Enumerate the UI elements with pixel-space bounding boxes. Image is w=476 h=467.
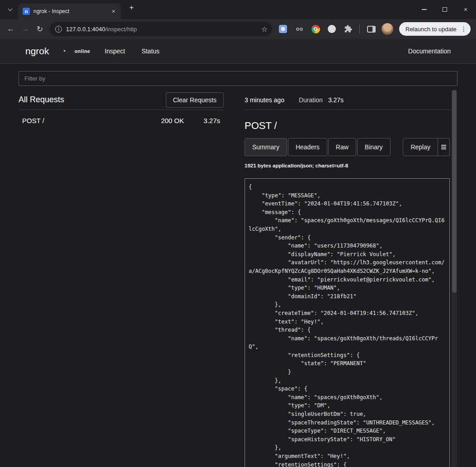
address-bar[interactable]: i 127.0.0.1:4040/inspect/http ☆ bbox=[50, 22, 272, 36]
browser-menu-icon[interactable]: ⋮ bbox=[461, 25, 467, 33]
glasses-icon bbox=[296, 28, 303, 31]
requests-panel: All Requests Clear Requests POST / 200 O… bbox=[19, 90, 224, 467]
reload-button[interactable]: ↻ bbox=[33, 22, 47, 36]
blue-square-icon bbox=[279, 25, 287, 33]
url-text: 127.0.0.1:4040/inspect/http bbox=[66, 26, 261, 33]
chrome-logo-center bbox=[314, 27, 317, 31]
request-detail-panel: 3 minutes ago Duration 3.27s POST / Summ… bbox=[245, 90, 457, 467]
duration-label: Duration bbox=[299, 96, 323, 104]
url-path: /inspect/http bbox=[105, 26, 137, 33]
ngrok-logo: ngrok bbox=[25, 46, 49, 57]
tab-raw[interactable]: Raw bbox=[328, 138, 356, 156]
detail-title: POST / bbox=[245, 120, 450, 132]
new-tab-button[interactable]: + bbox=[126, 2, 137, 14]
toolbar-separator bbox=[359, 24, 360, 33]
url-host: 127.0.0.1:4040 bbox=[66, 26, 105, 33]
request-duration: 3.27s bbox=[195, 117, 220, 124]
close-button[interactable]: × bbox=[455, 0, 476, 19]
tab-summary[interactable]: Summary bbox=[245, 138, 287, 156]
chevron-down-icon bbox=[8, 7, 12, 11]
window-controls: × bbox=[414, 0, 476, 19]
browser-tab[interactable]: n ngrok - Inspect × bbox=[18, 4, 121, 19]
extension-icon-glasses[interactable] bbox=[292, 22, 306, 36]
back-button[interactable]: ← bbox=[4, 22, 18, 36]
tab-close-icon[interactable]: × bbox=[109, 7, 118, 15]
tab-search-button[interactable] bbox=[4, 4, 16, 15]
side-panel-button[interactable] bbox=[364, 22, 378, 36]
body-meta: 1921 bytes application/json; charset=utf… bbox=[245, 163, 450, 168]
nav-documentation[interactable]: Documentation bbox=[408, 48, 451, 55]
menu-lines-icon bbox=[441, 145, 446, 146]
detail-tabs: Summary Headers Raw Binary Replay bbox=[245, 138, 450, 156]
forward-button[interactable]: → bbox=[18, 22, 33, 36]
site-info-icon[interactable]: i bbox=[55, 26, 62, 33]
puzzle-icon bbox=[344, 24, 353, 33]
status-dot-icon: • bbox=[64, 48, 66, 54]
relaunch-label: Relaunch to update bbox=[405, 26, 457, 33]
side-panel-icon bbox=[367, 26, 376, 33]
nav-status[interactable]: Status bbox=[141, 48, 160, 55]
filter-input[interactable] bbox=[19, 71, 457, 86]
detail-scrollbar[interactable] bbox=[452, 90, 457, 467]
requests-title: All Requests bbox=[19, 95, 64, 105]
request-status: 200 OK bbox=[161, 117, 184, 124]
tab-title: ngrok - Inspect bbox=[33, 8, 109, 14]
tab-headers[interactable]: Headers bbox=[288, 138, 327, 156]
profile-avatar[interactable] bbox=[382, 23, 393, 35]
browser-window: n ngrok - Inspect × + × ← → ↻ i 127.0.0.… bbox=[0, 0, 476, 39]
replay-split-button: Replay bbox=[403, 138, 450, 156]
replay-button[interactable]: Replay bbox=[403, 138, 438, 156]
clear-requests-button[interactable]: Clear Requests bbox=[166, 92, 224, 108]
request-row[interactable]: POST / 200 OK 3.27s bbox=[19, 110, 224, 131]
scrollbar-thumb[interactable] bbox=[452, 90, 457, 293]
request-time-ago: 3 minutes ago bbox=[245, 96, 284, 104]
extension-icon-blue[interactable] bbox=[276, 22, 290, 36]
request-method-path: POST / bbox=[22, 117, 44, 124]
site-nav: Inspect Status bbox=[90, 47, 160, 55]
status-online: online bbox=[75, 48, 90, 54]
relaunch-button[interactable]: Relaunch to update ⋮ bbox=[399, 22, 471, 36]
extension-icon-light-circle[interactable] bbox=[325, 22, 339, 36]
duration-value: 3.27s bbox=[328, 96, 344, 104]
light-circle-icon bbox=[328, 25, 336, 33]
bookmark-star-icon[interactable]: ☆ bbox=[261, 25, 268, 33]
browser-toolbar: ← → ↻ i 127.0.0.1:4040/inspect/http ☆ Re… bbox=[0, 19, 476, 39]
extension-icon-chrome-logo[interactable] bbox=[309, 22, 322, 36]
chrome-logo-icon bbox=[311, 25, 320, 33]
ngrok-header: ngrok • online Inspect Status Documentat… bbox=[0, 39, 476, 64]
ngrok-favicon: n bbox=[23, 8, 30, 15]
maximize-icon bbox=[443, 7, 447, 12]
replay-menu-button[interactable] bbox=[438, 138, 450, 156]
page-content: All Requests Clear Requests POST / 200 O… bbox=[0, 64, 476, 467]
tab-strip: n ngrok - Inspect × + × bbox=[0, 0, 476, 19]
minimize-button[interactable] bbox=[414, 0, 434, 19]
extensions-menu-button[interactable] bbox=[341, 22, 355, 36]
nav-inspect[interactable]: Inspect bbox=[105, 48, 125, 55]
minimize-icon bbox=[422, 9, 427, 10]
maximize-button[interactable] bbox=[434, 0, 455, 19]
tab-binary[interactable]: Binary bbox=[357, 138, 391, 156]
json-body: { "type": "MESSAGE", "eventTime": "2024-… bbox=[245, 178, 450, 467]
